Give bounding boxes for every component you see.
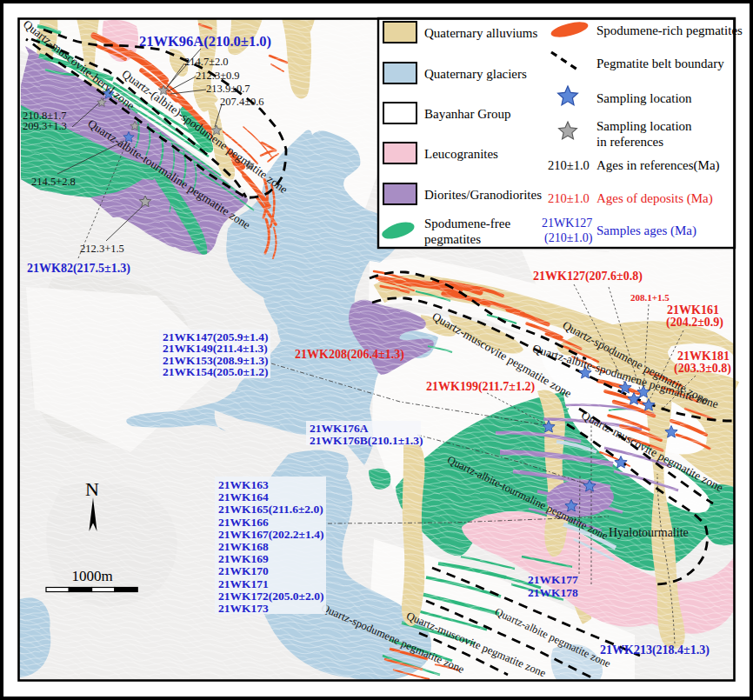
svg-text:1000m: 1000m [71, 568, 112, 584]
svg-text:208.1+1.5: 208.1+1.5 [630, 292, 670, 303]
svg-text:Diorites/Granodiorites: Diorites/Granodiorites [424, 188, 542, 202]
svg-text:210±1.0: 210±1.0 [548, 158, 590, 172]
svg-text:21WK172(205.0±2.0): 21WK172(205.0±2.0) [218, 590, 323, 603]
svg-text:21WK166: 21WK166 [218, 516, 269, 529]
svg-text:21WK168: 21WK168 [218, 540, 269, 553]
svg-text:in references: in references [596, 135, 663, 149]
svg-text:21WK213(218.4±1.3): 21WK213(218.4±1.3) [600, 643, 710, 657]
svg-text:21WK173: 21WK173 [218, 602, 269, 615]
svg-text:214.5+2.8: 214.5+2.8 [31, 176, 76, 188]
svg-text:(203.3±0.8): (203.3±0.8) [674, 362, 731, 376]
svg-text:Quaternary alluviums: Quaternary alluviums [424, 26, 538, 40]
svg-text:212.3+1.5: 212.3+1.5 [80, 243, 124, 255]
svg-text:21WK170: 21WK170 [218, 564, 269, 577]
svg-text:pegmatites: pegmatites [424, 232, 481, 246]
svg-text:Sampling location: Sampling location [596, 119, 692, 133]
svg-text:21WK127(207.6±0.8): 21WK127(207.6±0.8) [533, 270, 643, 283]
svg-text:210±1.0: 210±1.0 [548, 191, 590, 205]
svg-text:21WK199(211.7±1.2): 21WK199(211.7±1.2) [426, 380, 535, 394]
svg-text:21WK176B(210.1±1.3): 21WK176B(210.1±1.3) [310, 434, 423, 447]
svg-text:209.3+1.3: 209.3+1.3 [23, 120, 67, 132]
svg-text:Spodumene-rich pegmatites: Spodumene-rich pegmatites [596, 23, 743, 37]
svg-text:Quaternary glaciers: Quaternary glaciers [424, 67, 527, 81]
svg-text:N: N [85, 478, 99, 500]
svg-text:207.4±0.6: 207.4±0.6 [220, 96, 264, 108]
svg-text:21WK178: 21WK178 [528, 586, 578, 599]
svg-text:21WK82(217.5±1.3): 21WK82(217.5±1.3) [27, 262, 130, 276]
svg-text:21WK149(211.4±1.3): 21WK149(211.4±1.3) [163, 342, 268, 355]
svg-text:Ages of deposits (Ma): Ages of deposits (Ma) [596, 191, 713, 206]
svg-text:21WK163: 21WK163 [218, 478, 269, 491]
svg-text:Ages in references(Ma): Ages in references(Ma) [596, 158, 720, 173]
svg-text:21WK167(202.2±1.4): 21WK167(202.2±1.4) [218, 528, 323, 541]
svg-text:21WK177: 21WK177 [528, 573, 578, 586]
svg-text:21WK169: 21WK169 [218, 552, 269, 565]
svg-text:(210±1.0): (210±1.0) [544, 231, 593, 245]
svg-text:Sampling location: Sampling location [596, 91, 692, 105]
svg-text:Hyalotourmalite: Hyalotourmalite [609, 526, 689, 539]
svg-text:21WK164: 21WK164 [218, 490, 269, 503]
svg-text:Pegmatite belt boundary: Pegmatite belt boundary [596, 57, 724, 70]
svg-text:21WK96A(210.0±1.0): 21WK96A(210.0±1.0) [139, 33, 271, 50]
svg-text:212.3±0.9: 212.3±0.9 [196, 70, 240, 82]
svg-text:21WK154(205.0±1.2): 21WK154(205.0±1.2) [163, 365, 268, 378]
svg-text:21WK161: 21WK161 [667, 303, 719, 317]
svg-text:214.7±2.0: 214.7±2.0 [184, 56, 229, 68]
svg-text:(204.2±0.9): (204.2±0.9) [666, 316, 723, 330]
svg-text:213.9±0.7: 213.9±0.7 [206, 83, 250, 95]
svg-text:21WK165(211.6±2.0): 21WK165(211.6±2.0) [218, 503, 323, 516]
svg-text:Leucogranites: Leucogranites [424, 147, 498, 161]
svg-text:21WK127: 21WK127 [542, 217, 592, 230]
svg-text:Samples ages (Ma): Samples ages (Ma) [596, 223, 696, 238]
svg-text:Bayanhar Group: Bayanhar Group [424, 107, 511, 121]
svg-text:Spodumene-free: Spodumene-free [424, 217, 510, 230]
svg-text:21WK181: 21WK181 [677, 350, 730, 363]
svg-text:21WK171: 21WK171 [218, 577, 269, 590]
svg-text:21WK176A: 21WK176A [310, 422, 369, 435]
svg-text:21WK208(206.4±1.3): 21WK208(206.4±1.3) [295, 348, 404, 362]
